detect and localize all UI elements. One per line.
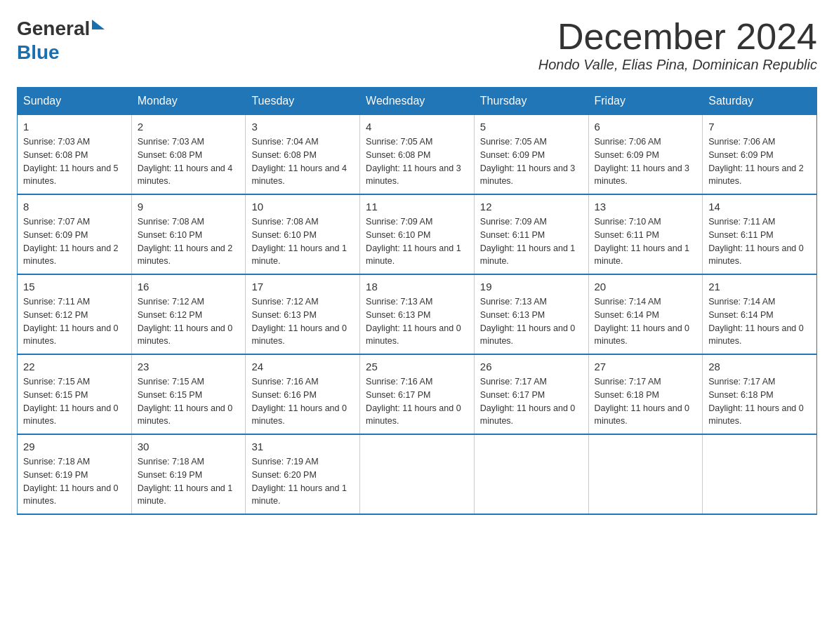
day-number: 7	[708, 121, 811, 133]
day-number: 22	[23, 361, 126, 373]
week-row-2: 8Sunrise: 7:07 AMSunset: 6:09 PMDaylight…	[18, 194, 817, 274]
calendar-cell: 9Sunrise: 7:08 AMSunset: 6:10 PMDaylight…	[131, 194, 246, 274]
day-info: Sunrise: 7:05 AMSunset: 6:08 PMDaylight:…	[366, 135, 468, 188]
header-saturday: Saturday	[703, 88, 817, 115]
day-number: 31	[251, 441, 354, 452]
day-number: 26	[480, 361, 583, 373]
day-number: 16	[138, 281, 240, 293]
day-info: Sunrise: 7:09 AMSunset: 6:11 PMDaylight:…	[480, 215, 583, 268]
day-number: 15	[23, 281, 126, 293]
calendar-cell: 16Sunrise: 7:12 AMSunset: 6:12 PMDayligh…	[131, 274, 246, 354]
day-info: Sunrise: 7:03 AMSunset: 6:08 PMDaylight:…	[23, 135, 126, 188]
calendar-cell: 5Sunrise: 7:05 AMSunset: 6:09 PMDaylight…	[474, 115, 588, 195]
day-info: Sunrise: 7:03 AMSunset: 6:08 PMDaylight:…	[138, 135, 240, 188]
day-info: Sunrise: 7:11 AMSunset: 6:12 PMDaylight:…	[23, 295, 126, 348]
calendar-cell: 20Sunrise: 7:14 AMSunset: 6:14 PMDayligh…	[588, 274, 703, 354]
day-number: 17	[251, 281, 354, 293]
day-number: 23	[138, 361, 240, 373]
header-wednesday: Wednesday	[360, 88, 475, 115]
subtitle: Hondo Valle, Elias Pina, Dominican Repub…	[538, 57, 817, 73]
week-row-1: 1Sunrise: 7:03 AMSunset: 6:08 PMDaylight…	[18, 115, 817, 195]
week-row-4: 22Sunrise: 7:15 AMSunset: 6:15 PMDayligh…	[18, 354, 817, 434]
day-info: Sunrise: 7:14 AMSunset: 6:14 PMDaylight:…	[595, 295, 697, 348]
day-number: 28	[708, 361, 811, 373]
day-number: 13	[595, 201, 697, 213]
calendar-cell: 31Sunrise: 7:19 AMSunset: 6:20 PMDayligh…	[246, 434, 360, 514]
calendar-cell: 15Sunrise: 7:11 AMSunset: 6:12 PMDayligh…	[18, 274, 132, 354]
calendar-cell: 17Sunrise: 7:12 AMSunset: 6:13 PMDayligh…	[246, 274, 360, 354]
day-info: Sunrise: 7:12 AMSunset: 6:12 PMDaylight:…	[138, 295, 240, 348]
day-info: Sunrise: 7:11 AMSunset: 6:11 PMDaylight:…	[708, 215, 811, 268]
day-info: Sunrise: 7:16 AMSunset: 6:16 PMDaylight:…	[251, 375, 354, 428]
day-number: 24	[251, 361, 354, 373]
calendar-cell: 12Sunrise: 7:09 AMSunset: 6:11 PMDayligh…	[474, 194, 588, 274]
day-info: Sunrise: 7:17 AMSunset: 6:18 PMDaylight:…	[595, 375, 697, 428]
header-friday: Friday	[588, 88, 703, 115]
header-monday: Monday	[131, 88, 246, 115]
day-number: 4	[366, 121, 468, 133]
calendar-cell: 18Sunrise: 7:13 AMSunset: 6:13 PMDayligh…	[360, 274, 475, 354]
calendar-cell: 23Sunrise: 7:15 AMSunset: 6:15 PMDayligh…	[131, 354, 246, 434]
day-number: 3	[251, 121, 354, 133]
day-info: Sunrise: 7:15 AMSunset: 6:15 PMDaylight:…	[23, 375, 126, 428]
day-info: Sunrise: 7:13 AMSunset: 6:13 PMDaylight:…	[366, 295, 468, 348]
logo-text: General	[17, 17, 105, 41]
day-info: Sunrise: 7:18 AMSunset: 6:19 PMDaylight:…	[23, 455, 126, 508]
calendar-cell	[360, 434, 475, 514]
day-number: 30	[138, 441, 240, 452]
calendar-cell: 14Sunrise: 7:11 AMSunset: 6:11 PMDayligh…	[703, 194, 817, 274]
day-info: Sunrise: 7:18 AMSunset: 6:19 PMDaylight:…	[138, 455, 240, 508]
calendar-cell: 3Sunrise: 7:04 AMSunset: 6:08 PMDaylight…	[246, 115, 360, 195]
header-sunday: Sunday	[18, 88, 132, 115]
page-header: General Blue December 2024 Hondo Valle, …	[17, 17, 817, 73]
title-section: December 2024 Hondo Valle, Elias Pina, D…	[538, 17, 817, 73]
day-number: 14	[708, 201, 811, 213]
calendar-cell: 30Sunrise: 7:18 AMSunset: 6:19 PMDayligh…	[131, 434, 246, 514]
day-info: Sunrise: 7:07 AMSunset: 6:09 PMDaylight:…	[23, 215, 126, 268]
calendar-table: SundayMondayTuesdayWednesdayThursdayFrid…	[17, 87, 817, 515]
day-info: Sunrise: 7:13 AMSunset: 6:13 PMDaylight:…	[480, 295, 583, 348]
day-number: 29	[23, 441, 126, 452]
day-number: 18	[366, 281, 468, 293]
day-info: Sunrise: 7:09 AMSunset: 6:10 PMDaylight:…	[366, 215, 468, 268]
week-row-5: 29Sunrise: 7:18 AMSunset: 6:19 PMDayligh…	[18, 434, 817, 514]
day-number: 19	[480, 281, 583, 293]
calendar-cell	[474, 434, 588, 514]
calendar-header: SundayMondayTuesdayWednesdayThursdayFrid…	[18, 88, 817, 115]
day-number: 21	[708, 281, 811, 293]
calendar-cell: 2Sunrise: 7:03 AMSunset: 6:08 PMDaylight…	[131, 115, 246, 195]
main-title: December 2024	[538, 17, 817, 57]
header-tuesday: Tuesday	[246, 88, 360, 115]
calendar-cell: 29Sunrise: 7:18 AMSunset: 6:19 PMDayligh…	[18, 434, 132, 514]
logo-blue-text: Blue	[17, 41, 105, 65]
day-number: 1	[23, 121, 126, 133]
calendar-cell: 28Sunrise: 7:17 AMSunset: 6:18 PMDayligh…	[703, 354, 817, 434]
calendar-cell: 1Sunrise: 7:03 AMSunset: 6:08 PMDaylight…	[18, 115, 132, 195]
calendar-cell: 25Sunrise: 7:16 AMSunset: 6:17 PMDayligh…	[360, 354, 475, 434]
day-number: 10	[251, 201, 354, 213]
day-info: Sunrise: 7:19 AMSunset: 6:20 PMDaylight:…	[251, 455, 354, 508]
calendar-cell	[588, 434, 703, 514]
calendar-cell: 26Sunrise: 7:17 AMSunset: 6:17 PMDayligh…	[474, 354, 588, 434]
calendar-cell: 7Sunrise: 7:06 AMSunset: 6:09 PMDaylight…	[703, 115, 817, 195]
day-info: Sunrise: 7:17 AMSunset: 6:17 PMDaylight:…	[480, 375, 583, 428]
calendar-body: 1Sunrise: 7:03 AMSunset: 6:08 PMDaylight…	[18, 115, 817, 515]
calendar-cell: 13Sunrise: 7:10 AMSunset: 6:11 PMDayligh…	[588, 194, 703, 274]
day-info: Sunrise: 7:08 AMSunset: 6:10 PMDaylight:…	[251, 215, 354, 268]
logo-arrow-icon	[92, 20, 105, 29]
logo: General Blue	[17, 17, 105, 64]
days-of-week-row: SundayMondayTuesdayWednesdayThursdayFrid…	[18, 88, 817, 115]
day-number: 2	[138, 121, 240, 133]
day-number: 11	[366, 201, 468, 213]
day-info: Sunrise: 7:04 AMSunset: 6:08 PMDaylight:…	[251, 135, 354, 188]
day-number: 27	[595, 361, 697, 373]
day-info: Sunrise: 7:05 AMSunset: 6:09 PMDaylight:…	[480, 135, 583, 188]
calendar-cell	[703, 434, 817, 514]
calendar-cell: 6Sunrise: 7:06 AMSunset: 6:09 PMDaylight…	[588, 115, 703, 195]
calendar-cell: 27Sunrise: 7:17 AMSunset: 6:18 PMDayligh…	[588, 354, 703, 434]
day-number: 5	[480, 121, 583, 133]
calendar-cell: 4Sunrise: 7:05 AMSunset: 6:08 PMDaylight…	[360, 115, 475, 195]
day-info: Sunrise: 7:10 AMSunset: 6:11 PMDaylight:…	[595, 215, 697, 268]
day-info: Sunrise: 7:17 AMSunset: 6:18 PMDaylight:…	[708, 375, 811, 428]
day-info: Sunrise: 7:12 AMSunset: 6:13 PMDaylight:…	[251, 295, 354, 348]
